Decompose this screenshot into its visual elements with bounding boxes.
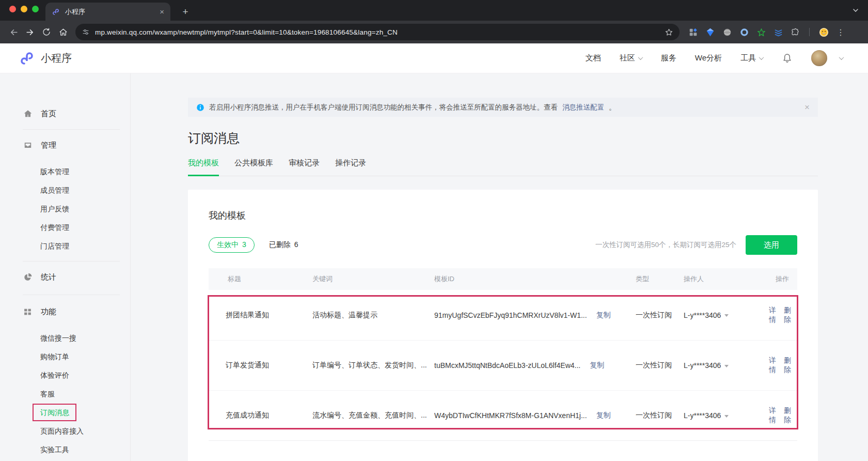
banner-text: 若启用小程序消息推送，用户在手机客户端使用订阅消息功能的相关事件，将会推送至所配…	[209, 103, 558, 112]
browser-menu-icon[interactable]: ⋮	[835, 27, 846, 37]
row-operator-dropdown[interactable]: L-y****3406	[684, 361, 769, 370]
sidebar-item-version[interactable]: 版本管理	[0, 165, 130, 179]
filter-active-pill[interactable]: 生效中3	[209, 237, 255, 253]
select-template-button[interactable]: 选用	[746, 235, 797, 255]
row-operator-dropdown[interactable]: L-y****3406	[684, 311, 769, 319]
extension-ring-icon[interactable]	[739, 27, 749, 37]
miniprogram-favicon-icon	[52, 8, 60, 16]
sidebar-section-statistics[interactable]: 统计	[0, 271, 130, 283]
sidebar-item-home[interactable]: 首页	[0, 107, 130, 120]
delete-link[interactable]: 删除	[784, 306, 791, 325]
sidebar-divider	[23, 129, 120, 130]
nav-tools[interactable]: 工具	[740, 53, 763, 63]
nav-docs[interactable]: 文档	[586, 53, 601, 63]
extension-diamond-icon[interactable]	[705, 27, 715, 37]
detail-link[interactable]: 详情	[769, 356, 776, 375]
row-template-id: W4ybDTIwCfKHtMKR7fSfx8M-G1ANVxenH1j...	[434, 411, 587, 420]
tab-operation-records[interactable]: 操作记录	[335, 158, 366, 176]
tab-my-templates[interactable]: 我的模板	[188, 158, 219, 176]
row-type: 一次性订阅	[636, 311, 684, 320]
filter-row: 生效中3 已删除6 一次性订阅可选用50个，长期订阅可选用25个 选用	[209, 235, 797, 255]
tab-search-icon[interactable]	[849, 5, 862, 16]
tab-public-library[interactable]: 公共模板库	[234, 158, 273, 176]
col-actions: 操作	[776, 274, 797, 284]
url-text[interactable]: mp.weixin.qq.com/wxamp/newtmpl/mytmpl?st…	[95, 28, 659, 36]
miniprogram-logo[interactable]: 小程序	[19, 50, 72, 67]
row-template-id: 91myUgfSCvzEbFJyq91hCMRXrUzV8lv1-W1...	[434, 311, 587, 319]
nav-community[interactable]: 社区	[620, 53, 642, 63]
app-header: 小程序 文档 社区 服务 We分析 工具	[0, 43, 868, 73]
extension-layers-icon[interactable]	[773, 27, 783, 37]
chevron-down-icon	[638, 55, 643, 60]
sidebar-item-experience-review[interactable]: 体验评价	[0, 368, 130, 383]
sidebar-item-feedback[interactable]: 用户反馈	[0, 202, 130, 217]
browser-toolbar: mp.weixin.qq.com/wxamp/newtmpl/mytmpl?st…	[0, 21, 868, 43]
delete-link[interactable]: 删除	[784, 356, 791, 375]
sidebar-divider	[23, 261, 120, 262]
tab-review-records[interactable]: 审核记录	[289, 158, 320, 176]
table-header: 标题 关键词 模板ID 类型 操作人 操作	[209, 268, 797, 290]
row-title: 充值成功通知	[209, 411, 312, 420]
sidebar-item-members[interactable]: 成员管理	[0, 183, 130, 198]
delete-link[interactable]: 删除	[784, 406, 791, 425]
banner-link[interactable]: 消息推送配置	[562, 103, 604, 112]
sidebar-item-experiment-tools[interactable]: 实验工具	[0, 443, 130, 457]
sidebar-item-payment[interactable]: 付费管理	[0, 221, 130, 235]
sidebar-item-stores[interactable]: 门店管理	[0, 239, 130, 254]
detail-link[interactable]: 详情	[769, 306, 776, 325]
my-templates-card: 我的模板 生效中3 已删除6 一次性订阅可选用50个，长期订阅可选用25个 选用	[188, 190, 818, 461]
nav-services[interactable]: 服务	[661, 53, 676, 63]
sidebar-section-manage[interactable]: 管理	[0, 139, 130, 151]
sidebar-item-customer-service[interactable]: 客服	[0, 387, 130, 402]
chevron-down-icon	[759, 55, 764, 60]
browser-tab[interactable]: 小程序 ×	[45, 3, 170, 21]
col-template-id: 模板ID	[434, 274, 636, 284]
home-toolbar-icon[interactable]	[55, 24, 71, 40]
miniprogram-logo-icon	[19, 50, 35, 67]
quota-hint: 一次性订阅可选用50个，长期订阅可选用25个	[595, 240, 736, 250]
sidebar-item-subscribe-message[interactable]: 订阅消息	[0, 406, 130, 420]
app-body: 首页 管理 版本管理 成员管理 用户反馈 付费管理 门店管理	[0, 73, 868, 461]
window-close-button[interactable]	[9, 6, 16, 12]
row-keywords: 订单编号、订单状态、发货时间、...	[312, 361, 434, 370]
copy-link[interactable]: 复制	[596, 411, 611, 420]
address-bar[interactable]: mp.weixin.qq.com/wxamp/newtmpl/mytmpl?st…	[75, 24, 680, 40]
col-title: 标题	[209, 274, 312, 284]
account-chevron-down-icon[interactable]	[839, 55, 844, 60]
sidebar-item-wechat-search[interactable]: 微信搜一搜	[0, 331, 130, 346]
filter-deleted[interactable]: 已删除6	[269, 240, 298, 250]
table-row: 充值成功通知 流水编号、充值金额、充值时间、... W4ybDTIwCfKHtM…	[209, 390, 797, 440]
window-controls	[9, 6, 39, 12]
notification-bell-icon[interactable]	[782, 53, 793, 64]
window-zoom-button[interactable]	[32, 6, 39, 12]
extension-globe-icon[interactable]	[722, 27, 732, 37]
table-row: 订单发货通知 订单编号、订单状态、发货时间、... tuBMcxMJ5ttqNt…	[209, 340, 797, 390]
row-title: 订单发货通知	[209, 361, 312, 370]
nav-we-analytics[interactable]: We分析	[695, 53, 722, 63]
extensions-puzzle-icon[interactable]	[790, 27, 800, 37]
extensions-row: ⋮	[688, 27, 846, 37]
bookmark-star-icon[interactable]	[665, 28, 673, 37]
detail-link[interactable]: 详情	[769, 406, 776, 425]
copy-link[interactable]: 复制	[590, 361, 604, 370]
copy-link[interactable]: 复制	[596, 311, 611, 320]
card-title: 我的模板	[209, 209, 797, 222]
table-rows: 拼团结果通知 活动标题、温馨提示 91myUgfSCvzEbFJyq91hCMR…	[209, 290, 797, 441]
reload-icon[interactable]	[38, 24, 55, 40]
sidebar-item-page-content[interactable]: 页面内容接入	[0, 424, 130, 439]
window-minimize-button[interactable]	[21, 6, 27, 12]
forward-icon[interactable]	[22, 24, 38, 40]
banner-close-icon[interactable]: ×	[804, 102, 810, 113]
site-settings-icon[interactable]	[82, 28, 90, 36]
extension-grid-icon[interactable]	[688, 27, 698, 37]
sidebar-manage-items: 版本管理 成员管理 用户反馈 付费管理 门店管理	[0, 165, 130, 254]
sidebar-section-features[interactable]: 功能	[0, 305, 130, 318]
user-avatar[interactable]	[811, 50, 827, 66]
tab-close-icon[interactable]: ×	[160, 7, 164, 16]
new-tab-button[interactable]: +	[179, 6, 192, 18]
browser-profile-avatar[interactable]	[818, 27, 829, 37]
row-operator-dropdown[interactable]: L-y****3406	[684, 411, 769, 420]
extension-star-icon[interactable]	[756, 27, 766, 37]
back-icon[interactable]	[5, 24, 22, 40]
sidebar-item-shopping-orders[interactable]: 购物订单	[0, 350, 130, 364]
